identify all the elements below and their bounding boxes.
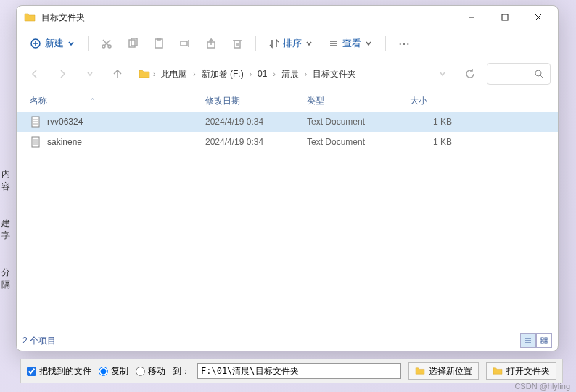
found-files-checkbox[interactable]: 把找到的文件 [27,365,91,378]
separator [385,36,386,51]
folder-icon [415,367,425,375]
folder-icon [493,367,503,375]
search-icon [534,69,544,79]
sort-label: 排序 [283,37,302,50]
window-title: 目标文件夹 [41,12,455,24]
open-folder-button[interactable]: 打开文件夹 [486,362,556,380]
folder-icon [139,69,150,79]
file-size: 1 KB [410,117,456,127]
file-date: 2024/4/19 0:34 [205,137,307,147]
svg-rect-43 [541,341,543,343]
file-date: 2024/4/19 0:34 [205,117,307,127]
recent-button[interactable] [79,63,101,85]
svg-rect-15 [181,41,187,46]
chevron-right-icon: › [250,70,252,78]
text-file-icon [30,136,41,148]
sort-button[interactable]: 排序 [263,32,318,55]
svg-rect-42 [545,338,547,340]
refresh-button[interactable] [459,63,481,85]
column-name[interactable]: 名称˄ [30,95,205,107]
maximize-button[interactable] [488,7,522,28]
button-label: 选择新位置 [429,365,472,378]
choose-location-button[interactable]: 选择新位置 [408,362,479,380]
chevron-down-icon [365,40,372,47]
radio-label: 复制 [111,365,128,378]
svg-rect-13 [155,39,162,48]
to-label: 到： [173,365,190,378]
checkbox-label: 把找到的文件 [39,365,91,378]
file-size: 1 KB [410,137,456,147]
svg-line-27 [540,75,543,78]
file-type: Text Document [307,117,410,127]
address-bar[interactable]: › 此电脑 › 新加卷 (F:) › 01 › 清晨 › 目标文件夹 [134,63,426,85]
chevron-right-icon: › [153,70,155,78]
bg-label: 分隔 [0,265,15,293]
column-headers: 名称˄ 修改日期 类型 大小 [17,90,558,112]
file-name: sakinene [47,137,82,147]
more-button[interactable]: ⋯ [393,33,415,54]
new-button[interactable]: 新建 [24,32,81,55]
forward-button[interactable] [52,63,73,85]
breadcrumb-item[interactable]: 新加卷 (F:) [199,67,247,82]
button-label: 打开文件夹 [506,365,550,378]
folder-icon [24,12,36,22]
svg-rect-1 [502,14,508,20]
chevron-right-icon: › [193,70,195,78]
file-type: Text Document [307,137,410,147]
chevron-right-icon: › [305,70,307,78]
paste-button[interactable] [148,33,170,54]
view-label: 查看 [342,37,361,50]
minimize-button[interactable] [455,7,488,28]
move-radio[interactable]: 移动 [136,365,165,378]
address-dropdown[interactable] [432,63,453,85]
svg-rect-41 [541,338,543,340]
file-name: rvv06324 [47,117,83,127]
file-list: rvv06324 2024/4/19 0:34 Text Document 1 … [17,112,558,330]
status-bar: 2 个项目 [17,330,558,351]
destination-path-input[interactable] [197,363,401,379]
plus-circle-icon [30,38,41,49]
file-row[interactable]: sakinene 2024/4/19 0:34 Text Document 1 … [17,132,558,152]
rename-button[interactable] [174,33,196,54]
up-button[interactable] [107,63,128,85]
sort-indicator-icon: ˄ [91,97,94,105]
share-button[interactable] [200,33,222,54]
copy-radio[interactable]: 复制 [99,365,128,378]
column-size[interactable]: 大小 [410,95,456,107]
breadcrumb-item[interactable]: 目标文件夹 [310,67,359,82]
item-count: 2 个项目 [22,335,56,347]
chevron-down-icon [305,40,313,47]
sort-icon [269,38,279,49]
action-bar: 把找到的文件 复制 移动 到： 选择新位置 打开文件夹 [20,359,563,383]
list-icon [329,38,339,49]
separator [88,36,89,51]
column-type[interactable]: 类型 [307,95,410,107]
search-input[interactable] [487,63,551,85]
watermark: CSDN @hlyling [514,382,570,391]
breadcrumb-item[interactable]: 清晨 [279,67,302,82]
toolbar: 新建 排序 查看 ⋯ [17,29,558,58]
new-label: 新建 [45,37,64,50]
chevron-right-icon: › [273,70,275,78]
explorer-window: 目标文件夹 新建 排序 查看 ⋯ [16,5,559,351]
file-row[interactable]: rvv06324 2024/4/19 0:34 Text Document 1 … [17,112,558,132]
column-date[interactable]: 修改日期 [205,95,307,107]
bg-label: 建字 [0,216,15,243]
svg-point-26 [535,70,541,76]
chevron-down-icon [67,40,75,47]
close-button[interactable] [522,7,555,28]
breadcrumb-item[interactable]: 此电脑 [158,67,190,82]
back-button[interactable] [24,63,46,85]
view-button[interactable]: 查看 [323,32,378,55]
copy-button[interactable] [122,33,144,54]
bg-label: 内容 [0,167,15,194]
svg-rect-44 [545,341,547,343]
svg-rect-18 [234,41,240,48]
titlebar: 目标文件夹 [17,6,558,29]
cut-button[interactable] [96,33,118,54]
text-file-icon [30,116,41,128]
icons-view-button[interactable] [536,333,552,348]
breadcrumb-item[interactable]: 01 [255,67,270,80]
delete-button[interactable] [226,33,248,54]
details-view-button[interactable] [520,333,536,348]
